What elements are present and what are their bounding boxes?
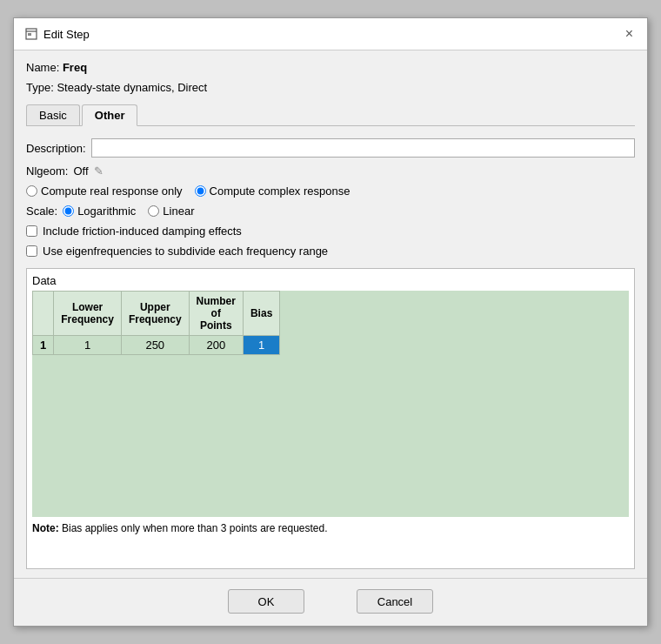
data-table-container: LowerFrequency UpperFrequency Numberof P…	[32, 291, 629, 517]
name-label: Name:	[26, 61, 59, 74]
scale-label: Scale:	[26, 205, 57, 218]
scale-log-option[interactable]: Logarithmic	[63, 205, 136, 218]
form-section: Description: Nlgeom: Off ✎ Compute real …	[26, 130, 635, 258]
data-section: Data LowerFrequency UpperFrequency Numbe…	[26, 268, 635, 569]
response-row: Compute real response only Compute compl…	[26, 184, 635, 198]
col-num-points: Numberof Points	[189, 292, 243, 336]
note-text: Bias applies only when more than 3 point…	[62, 522, 328, 534]
response-real-option[interactable]: Compute real response only	[26, 184, 183, 198]
response-complex-radio[interactable]	[195, 185, 206, 197]
title-bar-left: Edit Step	[24, 27, 90, 41]
description-row: Description:	[26, 138, 635, 158]
data-section-label: Data	[32, 274, 629, 287]
type-row: Type: Steady-state dynamics, Direct	[26, 79, 635, 96]
eigenfreq-label: Use eigenfrequencies to subdivide each f…	[43, 245, 328, 258]
scale-log-label: Logarithmic	[77, 205, 136, 218]
description-label: Description:	[26, 142, 86, 155]
nlgeom-label: Nlgeom:	[26, 164, 68, 178]
cell-bias[interactable]: 1	[243, 336, 279, 355]
type-label: Type:	[26, 81, 54, 94]
friction-damping-checkbox[interactable]	[26, 225, 37, 237]
friction-damping-row: Include friction-induced damping effects	[26, 225, 635, 238]
button-bar: OK Cancel	[14, 578, 647, 626]
col-empty	[280, 292, 629, 336]
svg-rect-2	[28, 33, 31, 36]
type-value: Steady-state dynamics, Direct	[57, 81, 207, 94]
close-button[interactable]: ×	[622, 25, 637, 43]
response-complex-label: Compute complex response	[210, 184, 351, 198]
dialog-icon	[24, 27, 38, 41]
col-rownum	[33, 292, 54, 336]
response-real-label: Compute real response only	[41, 184, 183, 198]
friction-damping-label: Include friction-induced damping effects	[43, 225, 242, 238]
tab-bar: Basic Other	[26, 104, 635, 126]
cell-lower-freq[interactable]: 1	[54, 336, 122, 355]
scale-linear-option[interactable]: Linear	[148, 205, 194, 218]
note-row: Note: Bias applies only when more than 3…	[32, 522, 629, 534]
col-upper-freq: UpperFrequency	[121, 292, 189, 336]
title-bar: Edit Step ×	[14, 18, 647, 50]
data-table: LowerFrequency UpperFrequency Numberof P…	[32, 291, 629, 355]
nlgeom-row: Nlgeom: Off ✎	[26, 164, 635, 178]
ok-button[interactable]: OK	[228, 589, 304, 614]
edit-step-dialog: Edit Step × Name: Freq Type: Steady-stat…	[13, 17, 648, 627]
tab-other[interactable]: Other	[82, 104, 138, 126]
note-label: Note:	[32, 522, 59, 534]
table-header-row: LowerFrequency UpperFrequency Numberof P…	[33, 292, 629, 336]
table-row[interactable]: 1 1 250 200 1	[33, 336, 629, 355]
cancel-button[interactable]: Cancel	[357, 589, 433, 614]
dialog-title: Edit Step	[43, 28, 90, 41]
scale-row: Scale: Logarithmic Linear	[26, 205, 635, 218]
name-row: Name: Freq	[26, 59, 635, 76]
nlgeom-value: Off	[73, 164, 88, 178]
response-real-radio[interactable]	[26, 185, 37, 197]
col-bias: Bias	[243, 292, 279, 336]
description-input[interactable]	[91, 138, 635, 158]
nlgeom-edit-icon[interactable]: ✎	[94, 164, 103, 178]
col-lower-freq: LowerFrequency	[54, 292, 122, 336]
cell-rownum: 1	[33, 336, 54, 355]
response-complex-option[interactable]: Compute complex response	[195, 184, 351, 198]
scale-linear-label: Linear	[163, 205, 194, 218]
eigenfreq-row: Use eigenfrequencies to subdivide each f…	[26, 245, 635, 258]
tab-basic[interactable]: Basic	[26, 104, 80, 125]
eigenfreq-checkbox[interactable]	[26, 245, 37, 257]
cell-num-points[interactable]: 200	[189, 336, 243, 355]
dialog-body: Name: Freq Type: Steady-state dynamics, …	[14, 50, 647, 578]
scale-linear-radio[interactable]	[148, 205, 159, 217]
scale-log-radio[interactable]	[63, 205, 74, 217]
name-value: Freq	[63, 61, 87, 74]
cell-extra	[280, 336, 629, 355]
cell-upper-freq[interactable]: 250	[121, 336, 189, 355]
